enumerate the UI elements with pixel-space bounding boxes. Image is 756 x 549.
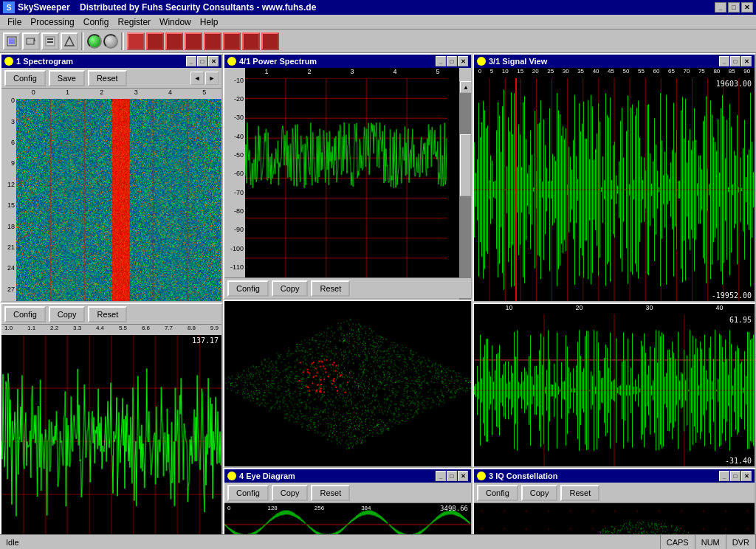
spectrogram-canvas	[16, 99, 221, 301]
band-btn-3[interactable]	[165, 32, 183, 50]
spectrogram-next-btn[interactable]: ►	[205, 72, 219, 85]
spec-y27: 27	[1, 286, 16, 293]
power-title-text: 4/1 Power Spectrum	[239, 57, 317, 66]
main-area: 1 Spectrogram _ □ ✕ Config Save Reset ◄ …	[0, 53, 756, 549]
maximize-button[interactable]: □	[728, 2, 740, 13]
iq-title-bar: 3 IQ Constellation _ □ ✕	[474, 469, 755, 483]
signal-left-chart: 137.17 135.09	[1, 335, 221, 548]
signal-view-right-text: 3/1 Signal View	[489, 57, 547, 66]
status-idle: Idle	[0, 535, 661, 549]
iq-maximize[interactable]: □	[730, 471, 740, 481]
signal-left-copy-btn[interactable]: Copy	[49, 306, 86, 322]
spec-y0: 0	[1, 97, 16, 104]
band-btn-2[interactable]	[146, 32, 164, 50]
signal-view-right-window: 3/1 Signal View _ □ ✕ 0 5 10 15 20 25 30	[472, 53, 756, 303]
iq-config-btn[interactable]: Config	[477, 485, 518, 501]
iq-reset-btn[interactable]: Reset	[560, 485, 599, 501]
svg-rect-2	[27, 38, 34, 44]
eye-copy-btn[interactable]: Copy	[272, 485, 309, 501]
eye-minimize[interactable]: _	[436, 471, 446, 481]
spectrogram-window: 1 Spectrogram _ □ ✕ Config Save Reset ◄ …	[0, 53, 223, 303]
iq-title-icon	[477, 472, 486, 480]
spectrogram-config-btn[interactable]: Config	[4, 70, 46, 86]
view3d-chart	[224, 301, 471, 466]
spectrogram-reset-btn[interactable]: Reset	[88, 70, 127, 86]
power-reset-btn[interactable]: Reset	[311, 280, 350, 297]
band-btn-7[interactable]	[242, 32, 260, 50]
toolbar-btn-4[interactable]	[61, 32, 78, 50]
band-btn-6[interactable]	[223, 32, 241, 50]
toolbar-btn-1[interactable]	[3, 32, 21, 50]
status-num: NUM	[695, 535, 726, 549]
signal-view-right-canvas	[474, 78, 755, 301]
signal-view-close[interactable]: ✕	[741, 56, 752, 66]
band-btn-8[interactable]	[261, 32, 279, 50]
iq-minimize[interactable]: _	[719, 471, 729, 481]
toolbar-btn-2[interactable]	[22, 32, 40, 50]
iq-close[interactable]: ✕	[741, 471, 752, 481]
eye-maximize[interactable]: □	[447, 471, 457, 481]
menu-window[interactable]: Window	[155, 15, 196, 29]
power-maximize[interactable]: □	[447, 56, 457, 66]
close-button[interactable]: ✕	[741, 2, 753, 13]
spectrogram-control-bar: Config Save Reset ◄ ►	[1, 68, 221, 89]
signal-left-config-btn[interactable]: Config	[4, 306, 46, 322]
power-close[interactable]: ✕	[458, 56, 468, 66]
spec-x1: 1	[66, 89, 69, 99]
spec-y18: 18	[1, 223, 16, 230]
scroll-up-btn[interactable]: ▲	[460, 81, 472, 93]
eye-config-btn[interactable]: Config	[227, 485, 269, 501]
app-subtitle: Distributed by Fuhs Security Consultants…	[80, 2, 316, 13]
eye-title-icon	[227, 472, 236, 480]
signal-left-value-top: 137.17	[192, 336, 219, 345]
spec-y6: 6	[1, 139, 16, 146]
status-caps: CAPS	[661, 535, 695, 549]
signal-view-minimize[interactable]: _	[719, 56, 729, 66]
iq-copy-btn[interactable]: Copy	[521, 485, 558, 501]
app-icon: S	[3, 1, 15, 13]
svg-rect-1	[9, 38, 15, 44]
spectrogram-save-btn[interactable]: Save	[49, 70, 85, 86]
menu-help[interactable]: Help	[196, 15, 223, 29]
svg-marker-3	[34, 37, 35, 41]
svg-marker-7	[65, 37, 74, 46]
power-config-btn[interactable]: Config	[227, 280, 269, 297]
band-btn-5[interactable]	[204, 32, 221, 50]
spectrogram-close[interactable]: ✕	[208, 56, 219, 66]
signal-left-reset-btn[interactable]: Reset	[88, 306, 127, 322]
menu-register[interactable]: Register	[113, 15, 155, 29]
iq-control-bar: Config Copy Reset	[474, 483, 755, 503]
spectrogram-chart: 0 1 2 3 4 5	[16, 89, 221, 301]
power-minimize[interactable]: _	[436, 56, 446, 66]
spec-y12: 12	[1, 181, 16, 188]
spec-x5: 5	[202, 89, 206, 99]
spec-x3: 3	[134, 89, 138, 99]
signal-view-maximize[interactable]: □	[730, 56, 740, 66]
title-bar: S SkySweeper Distributed by Fuhs Securit…	[0, 0, 756, 15]
menu-processing[interactable]: Processing	[26, 15, 78, 29]
power-copy-btn[interactable]: Copy	[272, 280, 309, 297]
status-dvr: DVR	[726, 535, 756, 549]
signal-right-value-bottom: -31.40	[725, 457, 752, 465]
spec-y3: 3	[1, 118, 16, 125]
spec-y21: 21	[1, 244, 16, 251]
power-title-bar: 4/1 Power Spectrum _ □ ✕	[224, 55, 471, 68]
eye-title-bar: 4 Eye Diagram _ □ ✕	[224, 469, 471, 483]
eye-close[interactable]: ✕	[458, 471, 468, 481]
signal-right-value-top: 61.95	[729, 316, 752, 324]
power-spectrum-window: 4/1 Power Spectrum _ □ ✕ -10 -20 -30 -40…	[223, 53, 472, 300]
spectrogram-minimize[interactable]: _	[186, 56, 196, 66]
band-btn-4[interactable]	[185, 32, 202, 50]
menu-bar: File Processing Config Register Window H…	[0, 15, 756, 30]
toolbar	[0, 30, 756, 53]
minimize-button[interactable]: _	[715, 2, 726, 13]
spectrogram-maximize[interactable]: □	[197, 56, 207, 66]
menu-config[interactable]: Config	[79, 15, 114, 29]
spectrogram-prev-btn[interactable]: ◄	[190, 72, 204, 85]
menu-file[interactable]: File	[3, 15, 26, 29]
toolbar-btn-3[interactable]	[41, 32, 59, 50]
toolbar-led-green	[87, 34, 102, 49]
power-spectrum-canvas	[245, 78, 447, 298]
eye-reset-btn[interactable]: Reset	[311, 485, 350, 501]
band-btn-1[interactable]	[127, 32, 145, 50]
